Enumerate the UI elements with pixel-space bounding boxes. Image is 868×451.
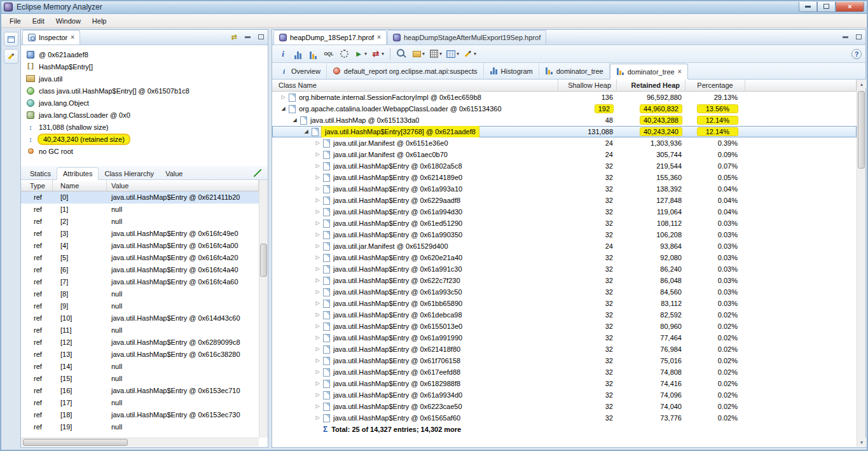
result-tab[interactable]: default_report org.eclipse.mat.api:suspe… (327, 63, 484, 79)
expand-arrow-icon[interactable] (314, 332, 321, 343)
group-by-dropdown[interactable]: ▾ (410, 47, 426, 61)
attribute-row[interactable]: ref [8] null (21, 288, 259, 300)
expand-arrow-icon[interactable] (303, 126, 310, 137)
tree-row[interactable]: java.util.HashMap$Entry @ 0x61a991c30 32… (272, 263, 857, 275)
attribute-row[interactable]: ref [16] java.util.HashMap$Entry @ 0x615… (21, 385, 259, 397)
tree-row[interactable]: java.util.jar.Manifest @ 0x6151e36e0 24 … (272, 137, 857, 149)
scroll-up-icon[interactable]: ▲ (857, 80, 866, 88)
attribute-row[interactable]: ref [10] java.util.HashMap$Entry @ 0x614… (21, 312, 259, 324)
attribute-row[interactable]: ref [2] null (21, 216, 259, 228)
attribute-row[interactable]: ref [3] java.util.HashMap$Entry @ 0x616f… (21, 228, 259, 240)
attribute-horizontal-scrollbar[interactable] (21, 438, 259, 447)
inspector-item[interactable]: no GC root (21, 145, 268, 157)
annotation-icon[interactable] (4, 49, 18, 64)
expert-system-button[interactable] (337, 47, 351, 61)
column-value[interactable]: Value (107, 180, 259, 191)
expand-arrow-icon[interactable] (314, 286, 321, 298)
tree-row[interactable]: java.util.HashMap$Entry @ 0x622c7f230 32… (272, 275, 857, 286)
attribute-row[interactable]: ref [7] java.util.HashMap$Entry @ 0x616f… (21, 276, 259, 288)
expand-arrow-icon[interactable] (280, 103, 287, 114)
column-retained-heap[interactable]: Retained Heap (617, 80, 685, 92)
inspector-item[interactable]: java.util (21, 73, 268, 85)
close-icon[interactable]: × (71, 34, 74, 41)
run-query-dropdown[interactable]: ▾ (352, 47, 368, 61)
expand-arrow-icon[interactable] (314, 183, 321, 195)
oql-button[interactable] (322, 47, 336, 61)
column-type[interactable]: Type (21, 180, 53, 191)
column-name[interactable]: Name (53, 180, 107, 191)
expand-arrow-icon[interactable] (314, 309, 321, 321)
attribute-row[interactable]: ref [18] java.util.HashMap$Entry @ 0x615… (21, 409, 259, 421)
expand-arrow-icon[interactable] (314, 378, 321, 389)
tree-row[interactable]: java.util.HashMap$Entry @ 0x61ed51290 32… (272, 218, 857, 229)
pin-icon[interactable] (254, 169, 261, 177)
close-button[interactable]: × (836, 2, 864, 12)
inspector-item[interactable]: HashMap$Entry[] (21, 60, 268, 73)
scrollbar-thumb[interactable] (858, 91, 865, 169)
expand-arrow-icon[interactable] (314, 263, 321, 275)
expand-arrow-icon[interactable] (314, 412, 321, 424)
link-with-selection-icon[interactable]: ⇄ (230, 32, 238, 41)
tree-vertical-scrollbar[interactable]: ▲ ▼ (857, 80, 865, 447)
expand-arrow-icon[interactable] (314, 172, 321, 183)
inspector-item[interactable]: 40,243,240 (retained size) (21, 133, 268, 145)
perspective-icon[interactable] (4, 32, 18, 46)
tree-row[interactable]: java.util.HashMap$Entry @ 0x61a993a10 32… (272, 183, 857, 195)
attribute-row[interactable]: ref [14] null (21, 361, 259, 373)
expand-arrow-icon[interactable] (314, 160, 321, 172)
expand-arrow-icon[interactable] (314, 218, 321, 229)
close-icon[interactable]: × (678, 69, 682, 75)
expand-arrow-icon[interactable] (314, 275, 321, 286)
tree-row[interactable]: java.util.HashMap$Entry @ 0x617eefd88 32… (272, 366, 857, 378)
help-button[interactable]: ? (851, 49, 862, 59)
expand-arrow-icon[interactable] (314, 389, 321, 401)
tree-row[interactable]: java.util.HashMap @ 0x615133da0 48 40,24… (272, 114, 857, 126)
editor-tab[interactable]: heapDump_18Sep17.hprof × (273, 30, 387, 45)
result-tab[interactable]: dominator_tree × (610, 64, 688, 80)
tree-row[interactable]: java.util.HashMap$Entry @ 0x61a990350 32… (272, 229, 857, 240)
menu-edit[interactable]: Edit (27, 15, 50, 27)
attribute-row[interactable]: ref [6] java.util.HashMap$Entry @ 0x616f… (21, 264, 259, 276)
dominator-tree-button[interactable] (307, 47, 320, 61)
expand-arrow-icon[interactable] (314, 195, 321, 206)
result-tab[interactable]: Overview (274, 63, 327, 79)
tree-row[interactable]: java.util.HashMap$Entry @ 0x61a993c50 32… (272, 286, 857, 298)
tree-row[interactable]: java.util.HashMap$Entry @ 0x61a994d30 32… (272, 206, 857, 218)
maximize-view-icon[interactable] (256, 32, 265, 41)
attribute-row[interactable]: ref [13] java.util.HashMap$Entry @ 0x616… (21, 349, 259, 361)
attribute-row[interactable]: ref [12] java.util.HashMap$Entry @ 0x628… (21, 337, 259, 349)
expand-arrow-icon[interactable] (314, 321, 321, 332)
tree-row[interactable]: java.util.jar.Manifest @ 0x61529d400 24 … (272, 240, 857, 252)
tree-row[interactable]: org.apache.catalina.loader.WebappClassLo… (272, 103, 857, 114)
scroll-down-icon[interactable]: ▼ (857, 438, 866, 447)
subtab-class-hierarchy[interactable]: Class Hierarchy (99, 168, 160, 179)
expand-arrow-icon[interactable] (314, 240, 321, 252)
attribute-row[interactable]: ref [9] null (21, 300, 259, 312)
inspector-item[interactable]: java.lang.Object (21, 97, 268, 109)
expand-arrow-icon[interactable] (314, 366, 321, 378)
expand-arrow-icon[interactable] (314, 149, 321, 160)
subtab-attributes[interactable]: Attributes (57, 167, 99, 180)
attribute-row[interactable]: ref [4] java.util.HashMap$Entry @ 0x616f… (21, 240, 259, 252)
tree-row[interactable]: java.util.HashMap$Entry @ 0x621418f80 32… (272, 343, 857, 355)
inspector-item[interactable]: java.lang.ClassLoader @ 0x0 (21, 109, 268, 121)
tree-row[interactable]: java.util.HashMap$Entry @ 0x61f706158 32… (272, 355, 857, 366)
attribute-row[interactable]: ref [11] null (21, 324, 259, 337)
tree-row[interactable]: java.util.jar.Manifest @ 0x61aec0b70 24 … (272, 149, 857, 160)
column-class-name[interactable]: Class Name (272, 80, 558, 92)
tree-row[interactable]: java.util.HashMap$Entry @ 0x620e21a40 32… (272, 252, 857, 263)
tree-row[interactable]: org.hibernate.internal.SessionFactoryImp… (272, 92, 857, 103)
tree-row[interactable]: java.util.HashMap$Entry @ 0x6229aadf8 32… (272, 195, 857, 206)
edit-filter-dropdown[interactable]: ▾ (462, 47, 478, 61)
tree-row[interactable]: java.util.HashMap$Entry @ 0x61a9934d0 32… (272, 389, 857, 401)
scrollbar-thumb[interactable] (260, 244, 267, 277)
minimize-view-icon[interactable] (243, 32, 252, 41)
column-percentage[interactable]: Percentage (685, 80, 745, 92)
tree-row[interactable]: java.util.HashMap$Entry @ 0x61565af60 32… (272, 412, 857, 424)
menu-help[interactable]: Help (86, 15, 113, 27)
expand-arrow-icon[interactable] (314, 206, 321, 218)
tree-row[interactable]: java.util.HashMap$Entry[32768] @ 0x621aa… (272, 126, 857, 137)
subtab-value[interactable]: Value (160, 168, 188, 179)
result-tab[interactable]: dominator_tree (539, 63, 610, 79)
editor-tab[interactable]: heapDumpStageAfterMulExport19Sep.hprof (387, 30, 546, 45)
